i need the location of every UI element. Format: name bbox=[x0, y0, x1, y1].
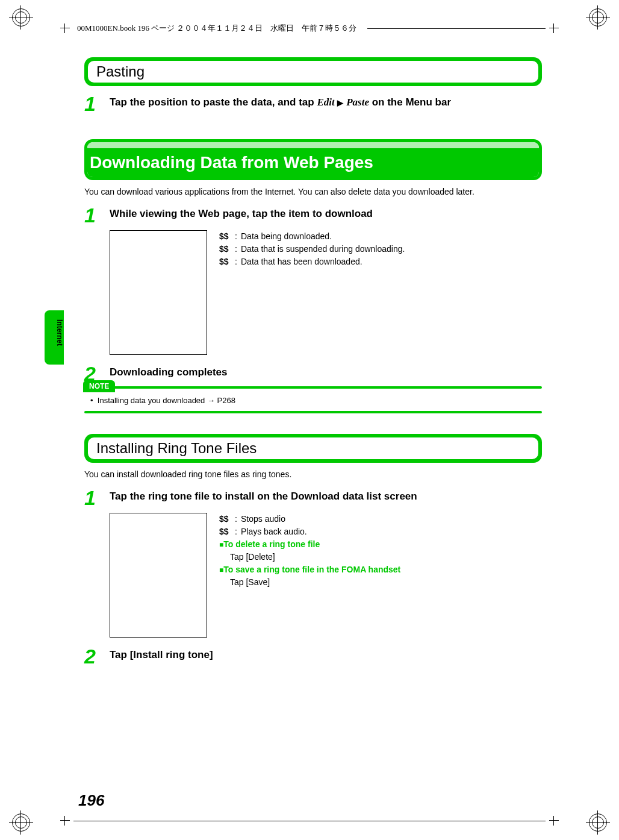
step-text: Tap the ring tone file to install on the… bbox=[110, 487, 417, 504]
section-heading-pasting: Pasting bbox=[84, 57, 542, 86]
step-number-icon: 2 bbox=[84, 646, 110, 666]
print-header-text: 00M1000EN.book 196 ページ ２００４年１１月２４日 水曜日 午… bbox=[77, 23, 356, 34]
step-text: Tap [Install ring tone] bbox=[110, 646, 213, 662]
registration-mark bbox=[12, 813, 30, 832]
section-heading-text: Downloading Data from Web Pages bbox=[87, 148, 539, 177]
step-row: 2 Tap [Install ring tone] bbox=[84, 646, 542, 666]
print-footer bbox=[60, 816, 559, 826]
legend: $$:Stops audio $$:Plays back audio. ■To … bbox=[219, 513, 400, 589]
step-number-icon: 1 bbox=[84, 487, 110, 508]
screenshot-placeholder bbox=[110, 230, 207, 355]
section-intro: You can install downloaded ring tone fil… bbox=[84, 469, 542, 480]
section-intro: You can download various applications fr… bbox=[84, 186, 542, 198]
screenshot-placeholder bbox=[110, 513, 207, 638]
step-text: While viewing the Web page, tap the item… bbox=[110, 205, 373, 221]
section-heading-text: Pasting bbox=[88, 61, 538, 83]
step-number-icon: 1 bbox=[84, 93, 110, 114]
step-text: Tap the position to paste the data, and … bbox=[110, 93, 451, 110]
print-header: 00M1000EN.book 196 ページ ２００４年１１月２４日 水曜日 午… bbox=[60, 23, 559, 34]
note-text: Installing data you downloaded → P268 bbox=[98, 396, 235, 405]
section-heading-text: Installing Ring Tone Files bbox=[88, 437, 538, 459]
registration-mark bbox=[589, 813, 607, 832]
note-label: NOTE bbox=[83, 380, 115, 392]
page-number: 196 bbox=[78, 791, 104, 810]
step-number-icon: 1 bbox=[84, 205, 110, 225]
step-row: 1 While viewing the Web page, tap the it… bbox=[84, 205, 542, 225]
legend: $$:Data being downloaded. $$:Data that i… bbox=[219, 230, 405, 268]
step-text: Downloading completes bbox=[110, 363, 228, 380]
section-heading-downloading: Downloading Data from Web Pages bbox=[84, 139, 542, 180]
note-box: NOTE • Installing data you downloaded → … bbox=[84, 386, 542, 413]
step-row: 1 Tap the ring tone file to install on t… bbox=[84, 487, 542, 508]
chapter-tab-label: Internet bbox=[55, 319, 64, 346]
step-row: 1 Tap the position to paste the data, an… bbox=[84, 93, 542, 114]
section-heading-ringtone: Installing Ring Tone Files bbox=[84, 434, 542, 463]
registration-mark bbox=[589, 8, 607, 27]
registration-mark bbox=[12, 8, 30, 27]
